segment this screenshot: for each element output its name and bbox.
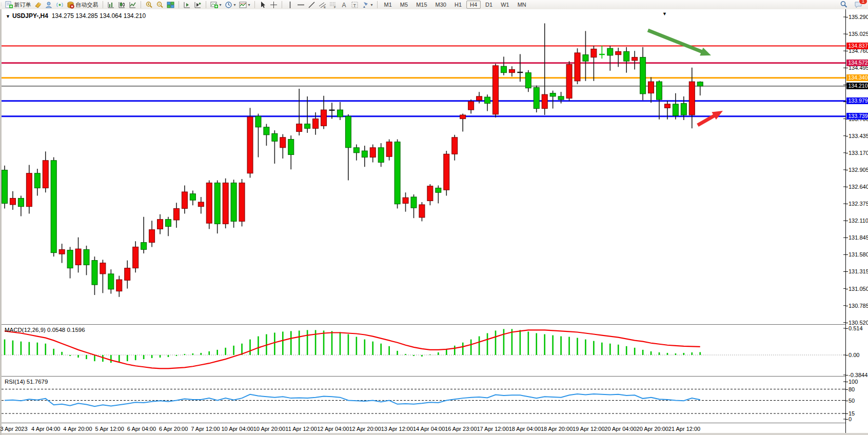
timeframe-h4[interactable]: H4 <box>466 1 481 9</box>
time-axis-label: 21 Apr 12:00 <box>668 426 700 432</box>
candle <box>509 66 515 76</box>
candle <box>59 244 65 263</box>
candle <box>206 180 212 229</box>
candle <box>272 130 278 164</box>
timeframe-h1[interactable]: H1 <box>451 1 465 9</box>
text-button[interactable]: A <box>339 1 349 9</box>
templates-icon <box>239 1 247 9</box>
tile-windows-button[interactable] <box>165 1 176 9</box>
candle <box>386 140 392 161</box>
candle <box>231 180 236 228</box>
timeframe-mn[interactable]: MN <box>514 1 530 9</box>
time-axis-label: 18 Apr 20:00 <box>541 426 573 432</box>
search-button[interactable] <box>838 0 850 9</box>
candle <box>427 184 433 205</box>
chat-button[interactable]: 1 <box>853 0 864 9</box>
cursor-icon <box>259 1 267 9</box>
auto-trading-label: 自动交易 <box>76 1 98 9</box>
toolbar: ⁞ 新订单 自动交易 <box>0 0 868 10</box>
axis-tick <box>846 271 848 272</box>
axis-tick-label: 0 <box>849 416 852 422</box>
time-axis[interactable]: 3 Apr 20234 Apr 04:004 Apr 20:005 Apr 12… <box>2 424 845 433</box>
window-bottom-frame <box>2 433 868 435</box>
search-icon <box>840 1 848 9</box>
chart-dropdown-icon[interactable]: ▼ <box>6 14 10 19</box>
line-chart-button[interactable] <box>127 1 138 9</box>
fibonacci-button[interactable]: F <box>328 1 339 9</box>
add-indicator-icon <box>210 1 218 9</box>
candle <box>378 143 384 167</box>
svg-text:E: E <box>324 6 326 9</box>
candle <box>141 217 147 253</box>
toolbar-separator <box>206 1 206 8</box>
time-axis-label: 3 Apr 2023 <box>0 426 27 432</box>
candle <box>403 192 408 211</box>
price-line-badge: 134.572 <box>846 60 868 66</box>
toolbar-separator <box>254 1 255 8</box>
price-axis[interactable]: 135.290135.025134.760134.495134.230133.9… <box>845 9 868 435</box>
timeframe-d1[interactable]: D1 <box>482 1 496 9</box>
dropdown-caret: ▾ <box>234 3 236 7</box>
zoom-in-button[interactable] <box>144 1 154 9</box>
periods-button[interactable]: ▾ <box>223 1 238 9</box>
zoom-out-button[interactable] <box>154 1 165 9</box>
axis-tick-label: 132.640 <box>849 184 868 190</box>
price-line-badge: 134.837 <box>846 43 868 49</box>
toolbar-separator <box>179 1 179 8</box>
cursor-button[interactable] <box>258 1 268 9</box>
new-order-button[interactable]: 新订单 <box>4 1 33 9</box>
axis-tick-label: 132.375 <box>849 201 868 207</box>
new-order-icon <box>5 1 13 9</box>
candlestick-chart-button[interactable] <box>116 1 127 9</box>
rsi-panel[interactable] <box>2 377 845 424</box>
timeframe-m1[interactable]: M1 <box>381 1 396 9</box>
main-chart-panel[interactable] <box>2 9 845 324</box>
candle <box>100 260 106 293</box>
bounce-up-arrow[interactable] <box>698 111 723 125</box>
dropdown-caret: ▾ <box>248 3 250 7</box>
axis-tick-label: -0.3844 <box>849 372 867 378</box>
text-icon: A <box>340 1 348 9</box>
candle <box>198 197 204 213</box>
svg-text:F: F <box>334 6 336 9</box>
crosshair-button[interactable] <box>268 1 279 9</box>
time-axis-label: 20 Apr 04:00 <box>604 426 636 432</box>
rsi-name: RSI(14) <box>5 379 25 385</box>
candle <box>550 91 556 109</box>
scroll-end-marker[interactable]: ▼ <box>662 11 667 16</box>
chart-shift-button[interactable] <box>182 1 192 9</box>
shapes-button[interactable]: ▾ <box>360 1 374 9</box>
auto-trading-button[interactable]: 自动交易 <box>65 1 100 9</box>
timeframe-w1[interactable]: W1 <box>497 1 513 9</box>
down-trend-arrow[interactable] <box>648 30 711 55</box>
candle <box>75 238 81 273</box>
styler-button[interactable] <box>33 1 44 9</box>
styler-icon <box>34 1 42 9</box>
label-button[interactable]: T <box>349 1 360 9</box>
vertical-line-button[interactable] <box>285 1 295 9</box>
broadcast-button[interactable] <box>54 1 65 9</box>
candle <box>239 179 245 226</box>
axis-tick <box>846 136 848 136</box>
zoom-out-icon <box>156 1 164 9</box>
timeframe-m15[interactable]: M15 <box>412 1 430 9</box>
profile-icon <box>45 1 53 9</box>
horizontal-line-button[interactable] <box>295 1 306 9</box>
axis-tick-label: 80 <box>849 386 855 392</box>
bar-chart-button[interactable] <box>106 1 116 9</box>
add-indicator-button[interactable]: ▾ <box>209 1 223 9</box>
candle <box>566 61 572 101</box>
timeframe-m30[interactable]: M30 <box>432 1 450 9</box>
axis-tick <box>846 419 848 420</box>
channel-button[interactable]: E <box>317 1 328 9</box>
chart-autoscroll-button[interactable] <box>192 1 203 9</box>
candle <box>280 134 286 159</box>
timeframe-m5[interactable]: M5 <box>397 1 411 9</box>
macd-panel[interactable] <box>2 325 845 375</box>
templates-button[interactable]: ▾ <box>238 1 252 9</box>
candle <box>460 114 466 132</box>
candle <box>640 47 646 101</box>
time-axis-label: 4 Apr 04:00 <box>31 426 60 432</box>
trendline-button[interactable] <box>306 1 317 9</box>
profile-button[interactable] <box>44 1 54 9</box>
